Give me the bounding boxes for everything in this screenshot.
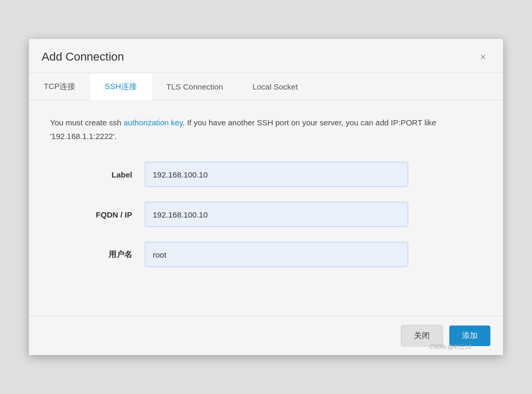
tab-local-socket[interactable]: Local Socket <box>238 73 312 100</box>
username-input[interactable] <box>145 242 408 267</box>
tab-tcp[interactable]: TCP连接 <box>29 73 90 100</box>
fqdn-field-label: FQDN / IP <box>50 210 145 219</box>
info-text-before-link: You must create ssh <box>50 118 124 127</box>
authorization-key-link[interactable]: authorization key <box>124 118 183 127</box>
tab-bar: TCP连接 SSH连接 TLS Connection Local Socket <box>29 73 503 100</box>
dialog-header: Add Connection × <box>29 39 503 73</box>
username-field-label: 用户名 <box>50 250 145 260</box>
form-row-label: Label <box>50 162 482 187</box>
label-input[interactable] <box>145 162 408 187</box>
tab-content-ssh: You must create ssh authorization key. I… <box>29 100 503 316</box>
close-icon-button[interactable]: × <box>476 50 490 64</box>
tab-tls[interactable]: TLS Connection <box>152 73 238 100</box>
form-row-fqdn: FQDN / IP <box>50 202 482 227</box>
dialog-footer: 关闭 添加 CSDN @时迁10 <box>29 316 503 355</box>
label-field-label: Label <box>50 170 145 179</box>
tab-ssh[interactable]: SSH连接 <box>90 73 152 100</box>
fqdn-input[interactable] <box>145 202 408 227</box>
form-row-username: 用户名 <box>50 242 482 267</box>
add-connection-dialog: Add Connection × TCP连接 SSH连接 TLS Connect… <box>29 39 503 355</box>
info-text: You must create ssh authorization key. I… <box>50 116 482 143</box>
watermark: CSDN @时迁10 <box>429 343 471 351</box>
dialog-title: Add Connection <box>42 50 124 64</box>
